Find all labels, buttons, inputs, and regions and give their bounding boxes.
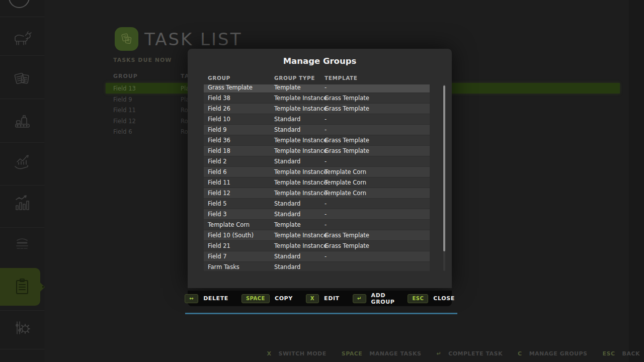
group-template-cell: Grass Template: [325, 105, 369, 112]
key-hint-label: COMPLETE TASK: [448, 350, 503, 357]
group-row[interactable]: Field 10 (South) Template Instance Grass…: [204, 230, 430, 240]
group-name-cell: Field 36: [208, 137, 230, 144]
task-group-cell: Field 13: [113, 85, 136, 92]
one-logo-icon: [11, 233, 33, 255]
key-hint[interactable]: ESC BACK: [602, 350, 640, 357]
group-type-cell: Template Instance: [274, 232, 327, 239]
key-badge: ESC: [602, 350, 615, 357]
group-row[interactable]: Field 10 Standard -: [204, 114, 430, 124]
group-type-cell: Template: [274, 84, 300, 91]
group-type-cell: Template Instance: [274, 147, 327, 154]
scrollbar-thumb[interactable]: [443, 85, 445, 251]
sidebar-item-animals[interactable]: [0, 19, 44, 57]
dialog-action[interactable]: ESC CLOSE: [408, 294, 454, 303]
group-type-cell: Standard: [274, 200, 300, 207]
group-type-cell: Standard: [274, 126, 300, 133]
key-hint[interactable]: SPACE MANAGE TASKS: [342, 350, 422, 357]
group-type-cell: Standard: [274, 116, 300, 123]
dialog-action[interactable]: ↔ DELETE: [185, 294, 228, 303]
sidebar-item-statistics[interactable]: [0, 185, 44, 223]
group-row[interactable]: Field 3 Standard -: [204, 209, 430, 219]
manage-groups-dialog: Manage Groups GROUP GROUP TYPE TEMPLATE …: [188, 49, 452, 288]
key-badge: X: [267, 350, 272, 357]
group-row[interactable]: Field 38 Template Instance Grass Templat…: [204, 93, 430, 103]
tasks-due-now-heading: TASKS DUE NOW: [113, 57, 172, 63]
scrollbar-track[interactable]: [443, 84, 445, 271]
group-name-cell: Field 2: [208, 158, 227, 165]
hand-chart-icon: [11, 151, 33, 173]
group-row[interactable]: Field 26 Template Instance Grass Templat…: [204, 104, 430, 114]
group-name-cell: Field 18: [208, 147, 230, 154]
group-name-cell: Grass Template: [208, 84, 253, 91]
group-row[interactable]: Field 36 Template Instance Grass Templat…: [204, 135, 430, 145]
bg-column-group: GROUP: [113, 73, 138, 79]
sidebar-item-finances[interactable]: [0, 143, 44, 181]
group-template-cell: -: [325, 253, 327, 260]
group-row[interactable]: Grass Template Template -: [204, 84, 430, 93]
production-icon: [12, 110, 33, 131]
group-row[interactable]: Field 21 Template Instance Grass Templat…: [204, 241, 430, 251]
key-hint[interactable]: ↵ COMPLETE TASK: [436, 350, 503, 357]
dialog-action[interactable]: X EDIT: [306, 294, 340, 303]
group-name-cell: Field 7: [208, 253, 227, 260]
group-name-cell: Field 21: [208, 242, 230, 249]
group-row[interactable]: Field 12 Template Instance Template Corn: [204, 188, 430, 198]
key-badge: ↵: [353, 294, 366, 303]
group-name-cell: Template Corn: [208, 221, 250, 228]
dialog-title: Manage Groups: [188, 56, 452, 66]
settings-sliders-icon: [11, 317, 33, 339]
action-label: ADD GROUP: [371, 292, 395, 305]
group-row[interactable]: Field 9 Standard -: [204, 125, 430, 135]
sidebar-item-production[interactable]: [0, 102, 44, 140]
column-header-template: TEMPLATE: [325, 75, 358, 81]
group-row[interactable]: Farm Tasks Standard: [204, 262, 430, 271]
key-hint-label: MANAGE GROUPS: [529, 350, 588, 357]
group-type-cell: Standard: [274, 158, 300, 165]
bottom-hint-bar: X SWITCH MODE SPACE MANAGE TASKS ↵ COMPL…: [267, 350, 640, 357]
sidebar-item-mod-logo[interactable]: [0, 225, 44, 263]
group-name-cell: Field 12: [208, 190, 230, 197]
group-template-cell: Grass Template: [325, 147, 369, 154]
group-row[interactable]: Field 6 Template Instance Template Corn: [204, 167, 430, 177]
key-hint-label: SWITCH MODE: [279, 350, 327, 357]
sidebar-item-contracts[interactable]: [0, 59, 44, 98]
group-row[interactable]: Template Corn Template -: [204, 220, 430, 230]
group-row[interactable]: Field 18 Template Instance Grass Templat…: [204, 146, 430, 156]
sidebar: [0, 0, 44, 362]
task-group-cell: Field 12: [113, 118, 136, 125]
column-header-group: GROUP: [208, 75, 230, 81]
key-badge: X: [306, 294, 319, 303]
group-type-cell: Standard: [274, 253, 300, 260]
group-type-cell: Standard: [274, 211, 300, 218]
group-template-cell: -: [325, 158, 327, 165]
group-row[interactable]: Field 5 Standard -: [204, 199, 430, 209]
group-row[interactable]: Field 7 Standard -: [204, 251, 430, 261]
sidebar-divider: [0, 349, 44, 349]
documents-icon: [12, 68, 33, 89]
group-name-cell: Field 10: [208, 116, 230, 123]
page-title: TASK LIST: [144, 29, 242, 49]
group-type-cell: Standard: [274, 263, 300, 270]
sidebar-item-task-list[interactable]: [0, 267, 44, 306]
group-type-cell: Template Instance: [274, 190, 327, 197]
key-hint[interactable]: X SWITCH MODE: [267, 350, 327, 357]
dialog-action[interactable]: ↵ ADD GROUP: [353, 292, 395, 305]
group-type-cell: Template Instance: [274, 105, 327, 112]
group-template-cell: Template Corn: [325, 190, 366, 197]
dialog-action[interactable]: SPACE COPY: [242, 294, 293, 303]
group-row[interactable]: Field 2 Standard -: [204, 156, 430, 166]
partial-circle-icon: [9, 0, 30, 8]
group-name-cell: Field 9: [208, 126, 227, 133]
column-header-group-type: GROUP TYPE: [274, 75, 315, 81]
sidebar-item-settings[interactable]: [0, 309, 44, 347]
group-name-cell: Field 6: [208, 168, 227, 175]
dialog-action-bar: ↔ DELETE SPACE COPY X EDIT ↵ ADD GROUP E…: [188, 291, 452, 306]
group-template-cell: -: [325, 116, 327, 123]
group-row[interactable]: Field 11 Template Instance Template Corn: [204, 177, 430, 188]
task-group-cell: Field 6: [113, 128, 132, 135]
group-name-cell: Field 11: [208, 179, 230, 186]
key-hint[interactable]: C MANAGE GROUPS: [518, 350, 587, 357]
group-template-cell: -: [325, 126, 327, 133]
action-label: COPY: [275, 295, 293, 302]
group-template-cell: Template Corn: [325, 168, 366, 175]
